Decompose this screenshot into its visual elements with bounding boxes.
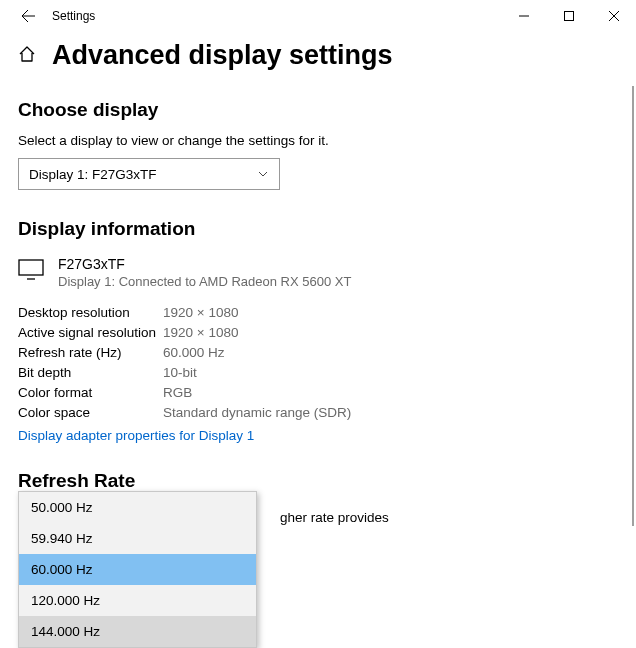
app-title: Settings: [52, 9, 95, 23]
info-value: 1920 × 1080: [163, 305, 618, 320]
info-value: 10-bit: [163, 365, 618, 380]
refresh-rate-option[interactable]: 59.940 Hz: [19, 523, 256, 554]
home-icon[interactable]: [18, 45, 36, 67]
minimize-button[interactable]: [501, 0, 546, 32]
refresh-rate-dropdown[interactable]: 50.000 Hz59.940 Hz60.000 Hz120.000 Hz144…: [18, 491, 257, 648]
svg-rect-1: [564, 12, 573, 21]
display-select-value: Display 1: F27G3xTF: [29, 167, 157, 182]
content-area: Advanced display settings Choose display…: [0, 40, 636, 492]
monitor-name: F27G3xTF: [58, 256, 351, 272]
choose-display-heading: Choose display: [18, 99, 618, 121]
svg-rect-4: [19, 260, 43, 275]
refresh-rate-option[interactable]: 60.000 Hz: [19, 554, 256, 585]
info-value: RGB: [163, 385, 618, 400]
info-label: Color format: [18, 385, 163, 400]
info-value: 60.000 Hz: [163, 345, 618, 360]
refresh-rate-option[interactable]: 50.000 Hz: [19, 492, 256, 523]
maximize-icon: [564, 11, 574, 21]
monitor-text: F27G3xTF Display 1: Connected to AMD Rad…: [58, 256, 351, 289]
close-icon: [609, 11, 619, 21]
monitor-icon: [18, 258, 44, 286]
info-value: 1920 × 1080: [163, 325, 618, 340]
info-label: Desktop resolution: [18, 305, 163, 320]
chevron-down-icon: [257, 168, 269, 180]
refresh-rate-option[interactable]: 144.000 Hz: [19, 616, 256, 647]
close-button[interactable]: [591, 0, 636, 32]
refresh-rate-heading: Refresh Rate: [18, 470, 618, 492]
window-controls: [501, 0, 636, 32]
monitor-sub: Display 1: Connected to AMD Radeon RX 56…: [58, 274, 351, 289]
display-select[interactable]: Display 1: F27G3xTF: [18, 158, 280, 190]
info-label: Bit depth: [18, 365, 163, 380]
info-label: Active signal resolution: [18, 325, 163, 340]
arrow-left-icon: [20, 8, 36, 24]
back-button[interactable]: [8, 0, 48, 32]
title-bar: Settings: [0, 0, 636, 32]
page-heading-row: Advanced display settings: [18, 40, 618, 71]
info-label: Refresh rate (Hz): [18, 345, 163, 360]
display-info-heading: Display information: [18, 218, 618, 240]
page-title: Advanced display settings: [52, 40, 393, 71]
maximize-button[interactable]: [546, 0, 591, 32]
refresh-desc-partial: gher rate provides: [280, 510, 389, 525]
minimize-icon: [519, 11, 529, 21]
scrollbar[interactable]: [632, 86, 634, 526]
choose-display-subtext: Select a display to view or change the s…: [18, 133, 618, 148]
monitor-row: F27G3xTF Display 1: Connected to AMD Rad…: [18, 256, 618, 289]
info-value: Standard dynamic range (SDR): [163, 405, 618, 420]
info-grid: Desktop resolution1920 × 1080Active sign…: [18, 305, 618, 420]
refresh-rate-option[interactable]: 120.000 Hz: [19, 585, 256, 616]
adapter-properties-link[interactable]: Display adapter properties for Display 1: [18, 428, 254, 443]
info-label: Color space: [18, 405, 163, 420]
